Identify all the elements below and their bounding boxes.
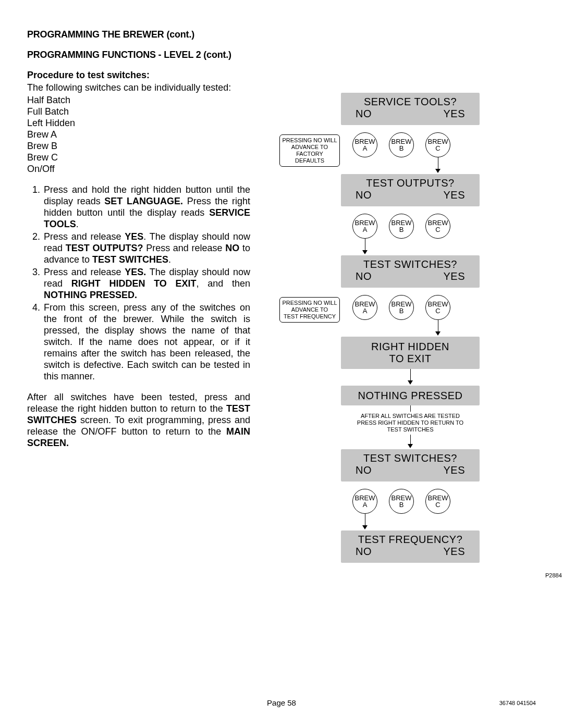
screen-title: TEST SWITCHES? <box>341 449 480 464</box>
brew-b-button[interactable]: BREWB <box>389 214 414 239</box>
screen-test-frequency: TEST FREQUENCY? NOYES <box>341 530 480 563</box>
brew-c-button[interactable]: BREWC <box>425 489 450 514</box>
yes-label: YES <box>443 108 465 120</box>
screen-title: TEST OUTPUTS? <box>341 174 480 189</box>
no-label: NO <box>356 464 372 476</box>
switch-item: Half Batch <box>27 94 250 106</box>
switch-item: Brew A <box>27 129 250 140</box>
after-paragraph: After all switches have been tested, pre… <box>27 391 250 449</box>
note-factory-defaults: PRESSING NO WILL ADVANCE TO FACTORY DEFA… <box>279 134 340 167</box>
brew-a-button[interactable]: BREWA <box>352 132 377 157</box>
step-2: Press and release YES. The display shoul… <box>43 231 250 265</box>
buttons-row-3: BREWA BREWB BREWC <box>352 295 450 320</box>
brew-c-button[interactable]: BREWC <box>425 295 450 320</box>
no-label: NO <box>356 546 372 558</box>
brew-a-button[interactable]: BREWA <box>352 489 377 514</box>
screen-test-switches-1: TEST SWITCHES? NOYES <box>341 255 480 288</box>
yes-label: YES <box>443 546 465 558</box>
brew-b-button[interactable]: BREWB <box>389 489 414 514</box>
screen-service-tools: SERVICE TOOLS? NOYES <box>341 93 480 125</box>
buttons-row-4: BREWA BREWB BREWC <box>352 489 450 514</box>
step-3: Press and release YES. The display shoul… <box>43 266 250 301</box>
intro-text: The following switches can be individual… <box>27 82 250 93</box>
screen-title: TEST FREQUENCY? <box>341 530 480 546</box>
heading-2: PROGRAMMING FUNCTIONS - LEVEL 2 (cont.) <box>27 50 250 60</box>
screen-title: SERVICE TOOLS? <box>341 93 480 108</box>
heading-3: Procedure to test switches: <box>27 70 250 81</box>
yes-label: YES <box>443 189 465 201</box>
switch-item: Brew C <box>27 152 250 163</box>
switch-item: Brew B <box>27 140 250 152</box>
switch-item: Left Hidden <box>27 117 250 129</box>
screen-right-hidden: RIGHT HIDDEN TO EXIT <box>341 337 480 369</box>
yes-label: YES <box>443 464 465 476</box>
screen-line1: RIGHT HIDDEN <box>341 337 480 353</box>
brew-b-button[interactable]: BREWB <box>389 132 414 157</box>
page-footer: Page 58 <box>0 698 563 707</box>
left-column: PROGRAMMING THE BREWER (cont.) PROGRAMMI… <box>27 29 250 449</box>
page: PROGRAMMING THE BREWER (cont.) PROGRAMMI… <box>0 0 563 728</box>
screen-title: NOTHING PRESSED <box>358 390 463 402</box>
brew-a-button[interactable]: BREWA <box>352 295 377 320</box>
procedure-list: Press and hold the right hidden button u… <box>27 184 250 382</box>
step-1: Press and hold the right hidden button u… <box>43 184 250 230</box>
switch-list: Half Batch Full Batch Left Hidden Brew A… <box>27 94 250 175</box>
figure-code: P2884 <box>545 572 562 578</box>
brew-b-button[interactable]: BREWB <box>389 295 414 320</box>
brew-c-button[interactable]: BREWC <box>425 214 450 239</box>
brew-a-button[interactable]: BREWA <box>352 214 377 239</box>
buttons-row-1: BREWA BREWB BREWC <box>352 132 450 157</box>
no-label: NO <box>356 270 372 282</box>
screen-nothing-pressed: NOTHING PRESSED <box>341 386 480 405</box>
note-test-frequency: PRESSING NO WILL ADVANCE TO TEST FREQUEN… <box>279 297 340 323</box>
screen-title: TEST SWITCHES? <box>341 255 480 270</box>
screen-line2: TO EXIT <box>341 353 480 365</box>
switch-item: Full Batch <box>27 106 250 117</box>
heading-1: PROGRAMMING THE BREWER (cont.) <box>27 29 250 40</box>
no-label: NO <box>356 189 372 201</box>
yes-label: YES <box>443 270 465 282</box>
screen-test-switches-2: TEST SWITCHES? NOYES <box>341 449 480 482</box>
doc-code: 36748 041504 <box>499 700 536 706</box>
no-label: NO <box>356 108 372 120</box>
brew-c-button[interactable]: BREWC <box>425 132 450 157</box>
step-4: From this screen, press any of the switc… <box>43 302 250 382</box>
buttons-row-2: BREWA BREWB BREWC <box>352 214 450 239</box>
tiny-note: AFTER ALL SWITCHES ARE TESTED PRESS RIGH… <box>356 413 465 433</box>
screen-test-outputs: TEST OUTPUTS? NOYES <box>341 174 480 206</box>
switch-item: On/Off <box>27 163 250 175</box>
